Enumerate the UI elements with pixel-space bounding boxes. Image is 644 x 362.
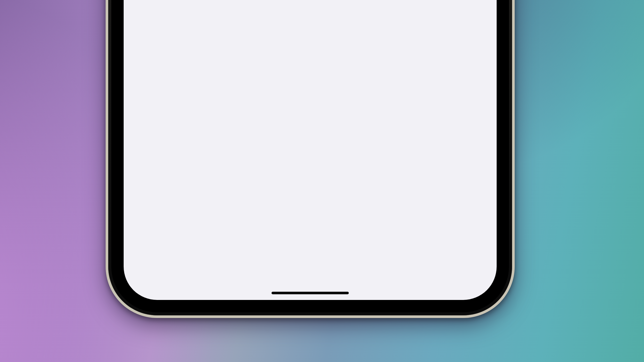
phone-frame-outer: BATTERY Manufacture Date August 2023 Fir…	[106, 0, 515, 318]
phone-bezel: BATTERY Manufacture Date August 2023 Fir…	[111, 0, 509, 312]
phone-frame-mid: BATTERY Manufacture Date August 2023 Fir…	[108, 0, 512, 315]
ios-settings-screen: BATTERY Manufacture Date August 2023 Fir…	[124, 0, 497, 300]
home-indicator[interactable]	[272, 292, 349, 294]
